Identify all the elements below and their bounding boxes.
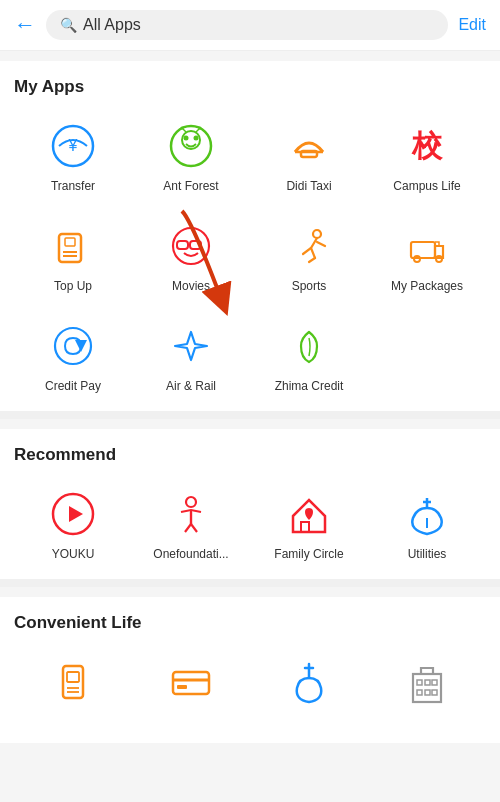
svg-rect-24	[411, 242, 435, 258]
app-didi[interactable]: Didi Taxi	[250, 111, 368, 201]
app-topup-label: Top Up	[54, 279, 92, 293]
my-apps-section: My Apps ¥ Transfer	[0, 61, 500, 411]
youku-icon	[46, 487, 100, 541]
didi-icon	[282, 119, 336, 173]
app-air-rail-label: Air & Rail	[166, 379, 216, 393]
app-water[interactable]	[250, 647, 368, 723]
app-building[interactable]	[368, 647, 486, 723]
app-movies[interactable]: Movies	[132, 211, 250, 301]
header: ← 🔍 All Apps Edit	[0, 0, 500, 51]
divider-2	[0, 579, 500, 587]
svg-rect-17	[177, 241, 188, 249]
svg-point-27	[55, 328, 91, 364]
app-sports[interactable]: Sports	[250, 211, 368, 301]
app-credit-pay[interactable]: Credit Pay	[14, 311, 132, 401]
svg-rect-46	[425, 690, 430, 695]
app-campus[interactable]: 校 Campus Life	[368, 111, 486, 201]
recommend-section: Recommend YOUKU	[0, 429, 500, 579]
app-onefoundation[interactable]: Onefoundati...	[132, 479, 250, 569]
app-zhima-label: Zhima Credit	[275, 379, 344, 393]
svg-rect-40	[177, 685, 187, 689]
air-rail-icon	[164, 319, 218, 373]
app-utilities-label: Utilities	[408, 547, 447, 561]
svg-point-8	[181, 127, 184, 130]
app-ant-forest-label: Ant Forest	[163, 179, 218, 193]
app-sports-label: Sports	[292, 279, 327, 293]
app-packages[interactable]: My Packages	[368, 211, 486, 301]
recommend-title: Recommend	[14, 445, 486, 465]
svg-rect-45	[417, 690, 422, 695]
svg-point-4	[184, 136, 189, 141]
svg-rect-44	[432, 680, 437, 685]
topup-icon	[46, 219, 100, 273]
app-topup[interactable]: Top Up	[14, 211, 132, 301]
convenient-grid	[14, 647, 486, 723]
transfer-icon: ¥	[46, 119, 100, 173]
card-icon	[164, 655, 218, 709]
svg-rect-47	[432, 690, 437, 695]
search-text: All Apps	[83, 16, 141, 34]
app-credit-pay-label: Credit Pay	[45, 379, 101, 393]
app-didi-label: Didi Taxi	[286, 179, 331, 193]
svg-rect-42	[417, 680, 422, 685]
app-youku-label: YOUKU	[52, 547, 95, 561]
svg-rect-18	[190, 241, 201, 249]
svg-marker-30	[69, 506, 83, 522]
family-circle-icon	[282, 487, 336, 541]
app-movies-label: Movies	[172, 279, 210, 293]
utilities-icon	[400, 487, 454, 541]
svg-rect-15	[65, 238, 75, 246]
svg-point-31	[186, 497, 196, 507]
svg-point-23	[313, 230, 321, 238]
app-phone-bill[interactable]	[14, 647, 132, 723]
movies-icon	[164, 219, 218, 273]
recommend-grid: YOUKU Onefoundati...	[14, 479, 486, 569]
app-ant-forest[interactable]: Ant Forest	[132, 111, 250, 201]
ant-forest-icon	[164, 119, 218, 173]
svg-rect-43	[425, 680, 430, 685]
app-air-rail[interactable]: Air & Rail	[132, 311, 250, 401]
convenient-section: Convenient Life	[0, 597, 500, 743]
onefoundation-icon	[164, 487, 218, 541]
svg-rect-41	[413, 674, 441, 702]
campus-icon: 校	[400, 119, 454, 173]
app-grid-row1: ¥ Transfer	[14, 111, 486, 401]
app-zhima[interactable]: Zhima Credit	[250, 311, 368, 401]
water-icon	[282, 655, 336, 709]
search-bar[interactable]: 🔍 All Apps	[46, 10, 448, 40]
search-icon: 🔍	[60, 17, 77, 33]
back-button[interactable]: ←	[14, 14, 36, 36]
svg-point-9	[199, 127, 202, 130]
zhima-icon	[282, 319, 336, 373]
app-utilities[interactable]: Utilities	[368, 479, 486, 569]
app-transfer[interactable]: ¥ Transfer	[14, 111, 132, 201]
app-youku[interactable]: YOUKU	[14, 479, 132, 569]
edit-button[interactable]: Edit	[458, 16, 486, 34]
app-family-circle-label: Family Circle	[274, 547, 343, 561]
app-card[interactable]	[132, 647, 250, 723]
app-onefoundation-label: Onefoundati...	[153, 547, 228, 561]
convenient-title: Convenient Life	[14, 613, 486, 633]
credit-pay-icon	[46, 319, 100, 373]
packages-icon	[400, 219, 454, 273]
sports-icon	[282, 219, 336, 273]
svg-rect-35	[67, 672, 79, 682]
svg-text:校: 校	[411, 129, 444, 162]
divider-1	[0, 411, 500, 419]
app-campus-label: Campus Life	[393, 179, 460, 193]
building-icon	[400, 655, 454, 709]
app-transfer-label: Transfer	[51, 179, 95, 193]
svg-rect-38	[173, 672, 209, 694]
app-packages-label: My Packages	[391, 279, 463, 293]
app-family-circle[interactable]: Family Circle	[250, 479, 368, 569]
phone-bill-icon	[46, 655, 100, 709]
svg-point-5	[194, 136, 199, 141]
my-apps-title: My Apps	[14, 77, 486, 97]
